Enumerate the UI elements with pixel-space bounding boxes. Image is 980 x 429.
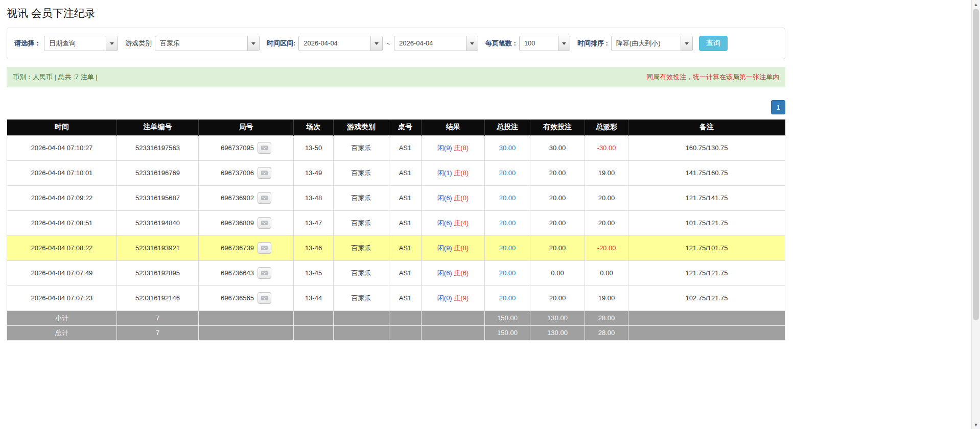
cell-game-type: 百家乐 [334, 185, 389, 210]
cell-payout: -20.00 [585, 235, 628, 260]
sort-order-value: 降幂(由大到小) [612, 36, 681, 51]
column-header-table-no: 桌号 [389, 120, 422, 135]
result-banker: 庄(8) [454, 244, 469, 252]
cell-round: 696737006 [199, 160, 294, 185]
cell-remark: 141.75/160.75 [628, 160, 785, 185]
cell-bet-id: 523316195687 [117, 185, 199, 210]
cell-payout: 20.00 [585, 210, 628, 235]
table-row: 2026-04-04 07:10:27523316197563696737095… [7, 135, 785, 160]
round-number: 696736565 [221, 294, 254, 302]
payout-value: 20.00 [598, 219, 615, 227]
game-type-dropdown[interactable]: 百家乐 [155, 36, 260, 51]
date-from-picker[interactable]: 2026-04-04 [298, 36, 383, 51]
round-number: 696737095 [221, 144, 254, 152]
cell-time: 2026-04-04 07:10:27 [7, 135, 117, 160]
replay-icon[interactable] [258, 217, 271, 229]
total-bet-link[interactable]: 30.00 [499, 144, 516, 152]
total-bet-link[interactable]: 20.00 [499, 169, 516, 177]
result-banker: 庄(0) [454, 194, 469, 202]
main-content: 视讯 会员下注纪录 请选择： 日期查询 游戏类别 百家乐 时间区间: 2026-… [0, 0, 785, 341]
select-type-dropdown[interactable]: 日期查询 [44, 36, 118, 51]
cell-session: 13-50 [294, 135, 334, 160]
cell-game-type: 百家乐 [334, 260, 389, 285]
payout-value: 20.00 [598, 194, 615, 202]
page-button-1[interactable]: 1 [771, 100, 785, 114]
total-bet-link[interactable]: 20.00 [499, 194, 516, 202]
cell-payout: -30.00 [585, 135, 628, 160]
payout-value: 0.00 [600, 269, 613, 277]
page-size-dropdown[interactable]: 100 [519, 36, 570, 51]
footer-empty-cell [334, 325, 389, 340]
footer-empty-cell [422, 325, 485, 340]
cell-result: 闲(6) 庄(6) [422, 260, 485, 285]
chevron-down-icon[interactable] [558, 36, 570, 51]
cell-table-no: AS1 [389, 135, 422, 160]
result-banker: 庄(6) [454, 269, 469, 277]
scrollbar-up-icon[interactable]: ▲ [972, 0, 980, 9]
total-bet-link[interactable]: 20.00 [499, 294, 516, 302]
scrollbar-down-icon[interactable]: ▼ [972, 420, 980, 429]
table-row: 2026-04-04 07:08:22523316193921696736739… [7, 235, 785, 260]
column-header-time: 时间 [7, 120, 117, 135]
total-bet-link[interactable]: 20.00 [499, 219, 516, 227]
table-row: 2026-04-04 07:08:51523316194840696736809… [7, 210, 785, 235]
column-header-payout: 总派彩 [585, 120, 628, 135]
cell-total-bet: 20.00 [485, 160, 530, 185]
table-row: 2026-04-04 07:10:01523316196769696737006… [7, 160, 785, 185]
cell-bet-id: 523316196769 [117, 160, 199, 185]
cell-valid-bet: 20.00 [530, 235, 585, 260]
chevron-down-icon[interactable] [106, 36, 118, 51]
sort-order-dropdown[interactable]: 降幂(由大到小) [611, 36, 693, 51]
result-player: 闲(0) [437, 294, 452, 302]
cell-time: 2026-04-04 07:08:51 [7, 210, 117, 235]
cell-total-bet: 20.00 [485, 285, 530, 311]
cell-valid-bet: 30.00 [530, 135, 585, 160]
cell-total-bet: 20.00 [485, 210, 530, 235]
cell-total-bet: 20.00 [485, 185, 530, 210]
cell-game-type: 百家乐 [334, 160, 389, 185]
cell-remark: 160.75/130.75 [628, 135, 785, 160]
time-range-label: 时间区间: [267, 39, 295, 48]
chevron-down-icon[interactable] [370, 36, 382, 51]
search-button[interactable]: 查询 [699, 36, 728, 51]
total-bet-link[interactable]: 20.00 [499, 269, 516, 277]
footer-count: 7 [117, 325, 199, 340]
range-separator: ~ [386, 40, 390, 47]
cell-table-no: AS1 [389, 210, 422, 235]
cell-round: 696736902 [199, 185, 294, 210]
cell-result: 闲(9) 庄(8) [422, 135, 485, 160]
vertical-scrollbar[interactable]: ▲ ▼ [971, 0, 980, 429]
cell-remark: 121.75/121.75 [628, 260, 785, 285]
replay-icon[interactable] [258, 142, 271, 154]
replay-icon[interactable] [258, 192, 271, 204]
payout-value: 19.00 [598, 169, 615, 177]
result-banker: 庄(8) [454, 144, 469, 152]
chevron-down-icon[interactable] [247, 36, 259, 51]
filter-panel: 请选择： 日期查询 游戏类别 百家乐 时间区间: 2026-04-04 ~ 20… [7, 28, 785, 59]
footer-payout: 28.00 [585, 325, 628, 340]
replay-icon[interactable] [258, 167, 271, 179]
cell-result: 闲(0) 庄(9) [422, 285, 485, 311]
cell-result: 闲(1) 庄(8) [422, 160, 485, 185]
round-number: 696736739 [221, 244, 254, 252]
date-to-value: 2026-04-04 [394, 36, 466, 51]
chevron-down-icon[interactable] [681, 36, 692, 51]
cell-valid-bet: 20.00 [530, 285, 585, 311]
scrollbar-thumb[interactable] [973, 9, 979, 320]
cell-bet-id: 523316194840 [117, 210, 199, 235]
grand-total-row: 总计7150.00130.0028.00 [7, 325, 785, 340]
footer-empty-cell [389, 325, 422, 340]
cell-session: 13-47 [294, 210, 334, 235]
cell-bet-id: 523316193921 [117, 235, 199, 260]
chevron-down-icon[interactable] [466, 36, 478, 51]
replay-icon[interactable] [258, 267, 271, 279]
cell-time: 2026-04-04 07:07:23 [7, 285, 117, 311]
cell-session: 13-48 [294, 185, 334, 210]
cell-round: 696736565 [199, 285, 294, 311]
total-bet-link[interactable]: 20.00 [499, 244, 516, 252]
cell-total-bet: 30.00 [485, 135, 530, 160]
replay-icon[interactable] [258, 242, 271, 254]
footer-empty-cell [389, 311, 422, 325]
replay-icon[interactable] [258, 292, 271, 304]
date-to-picker[interactable]: 2026-04-04 [394, 36, 478, 51]
